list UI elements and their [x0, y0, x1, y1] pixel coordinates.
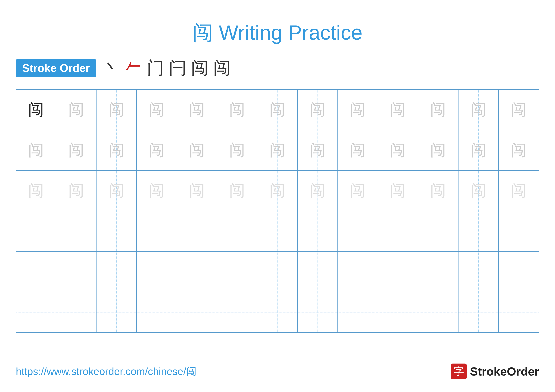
- cell-6-12[interactable]: [459, 292, 499, 332]
- cell-1-2: 闯: [56, 90, 96, 130]
- cell-1-12: 闯: [459, 90, 499, 130]
- cell-5-12[interactable]: [459, 252, 499, 292]
- cell-3-4: 闯: [137, 171, 177, 211]
- cell-6-4[interactable]: [137, 292, 177, 332]
- stroke-6: 闯: [213, 56, 231, 80]
- cell-5-6[interactable]: [217, 252, 257, 292]
- cell-3-2: 闯: [56, 171, 96, 211]
- cell-3-3: 闯: [96, 171, 137, 211]
- cell-5-4[interactable]: [137, 252, 177, 292]
- cell-1-13: 闯: [499, 90, 539, 130]
- cell-4-1[interactable]: [16, 211, 56, 251]
- stroke-5: 闯: [191, 56, 209, 80]
- grid-row-6: [16, 292, 539, 332]
- cell-4-10[interactable]: [378, 211, 418, 251]
- stroke-sequence: 丶 𠂉 门 闩 闯 闯: [102, 56, 231, 80]
- cell-4-2[interactable]: [56, 211, 96, 251]
- cell-5-11[interactable]: [418, 252, 458, 292]
- logo-text: StrokeOrder: [470, 365, 539, 378]
- cell-2-4: 闯: [137, 130, 177, 170]
- cell-2-10: 闯: [378, 130, 418, 170]
- cell-3-6: 闯: [217, 171, 257, 211]
- cell-1-6: 闯: [217, 90, 257, 130]
- cell-1-4: 闯: [137, 90, 177, 130]
- grid-row-4: [16, 211, 539, 252]
- page: 闯 Writing Practice Stroke Order 丶 𠂉 门 闩 …: [0, 0, 555, 392]
- cell-2-8: 闯: [298, 130, 338, 170]
- cell-1-9: 闯: [338, 90, 378, 130]
- cell-4-7[interactable]: [257, 211, 298, 251]
- cell-3-9: 闯: [338, 171, 378, 211]
- cell-6-5[interactable]: [177, 292, 217, 332]
- title-character: 闯 Writing Practice: [193, 21, 362, 44]
- cell-2-2: 闯: [56, 130, 96, 170]
- logo-char: 字: [454, 364, 464, 378]
- grid-row-1: 闯 闯 闯 闯 闯 闯 闯 闯 闯 闯 闯 闯 闯: [16, 90, 539, 130]
- footer-logo: 字 StrokeOrder: [451, 363, 539, 379]
- cell-3-13: 闯: [499, 171, 539, 211]
- cell-2-12: 闯: [459, 130, 499, 170]
- cell-2-3: 闯: [96, 130, 137, 170]
- stroke-order-badge: Stroke Order: [16, 59, 96, 77]
- cell-6-13[interactable]: [499, 292, 539, 332]
- cell-2-7: 闯: [257, 130, 298, 170]
- cell-1-11: 闯: [418, 90, 458, 130]
- cell-6-6[interactable]: [217, 292, 257, 332]
- cell-6-3[interactable]: [96, 292, 137, 332]
- cell-1-10: 闯: [378, 90, 418, 130]
- char-solid: 闯: [28, 102, 44, 118]
- footer: https://www.strokeorder.com/chinese/闯 字 …: [16, 363, 539, 379]
- cell-6-7[interactable]: [257, 292, 298, 332]
- cell-4-13[interactable]: [499, 211, 539, 251]
- cell-1-8: 闯: [298, 90, 338, 130]
- cell-4-3[interactable]: [96, 211, 137, 251]
- cell-2-6: 闯: [217, 130, 257, 170]
- cell-3-11: 闯: [418, 171, 458, 211]
- cell-2-9: 闯: [338, 130, 378, 170]
- cell-1-1: 闯: [16, 90, 56, 130]
- cell-5-13[interactable]: [499, 252, 539, 292]
- cell-6-10[interactable]: [378, 292, 418, 332]
- cell-6-2[interactable]: [56, 292, 96, 332]
- cell-4-6[interactable]: [217, 211, 257, 251]
- cell-5-7[interactable]: [257, 252, 298, 292]
- cell-5-1[interactable]: [16, 252, 56, 292]
- footer-url[interactable]: https://www.strokeorder.com/chinese/闯: [16, 364, 197, 378]
- cell-5-9[interactable]: [338, 252, 378, 292]
- stroke-3: 门: [147, 56, 164, 80]
- cell-2-5: 闯: [177, 130, 217, 170]
- cell-1-3: 闯: [96, 90, 137, 130]
- stroke-1: 丶: [102, 56, 120, 80]
- cell-3-10: 闯: [378, 171, 418, 211]
- cell-3-8: 闯: [298, 171, 338, 211]
- cell-4-4[interactable]: [137, 211, 177, 251]
- cell-4-12[interactable]: [459, 211, 499, 251]
- cell-2-13: 闯: [499, 130, 539, 170]
- grid-row-3: 闯 闯 闯 闯 闯 闯 闯 闯 闯 闯 闯 闯 闯: [16, 171, 539, 211]
- cell-4-8[interactable]: [298, 211, 338, 251]
- page-title: 闯 Writing Practice: [16, 19, 539, 47]
- cell-5-8[interactable]: [298, 252, 338, 292]
- cell-5-5[interactable]: [177, 252, 217, 292]
- cell-3-12: 闯: [459, 171, 499, 211]
- cell-2-1: 闯: [16, 130, 56, 170]
- cell-4-5[interactable]: [177, 211, 217, 251]
- grid-row-2: 闯 闯 闯 闯 闯 闯 闯 闯 闯 闯 闯 闯 闯: [16, 130, 539, 171]
- cell-3-1: 闯: [16, 171, 56, 211]
- cell-5-2[interactable]: [56, 252, 96, 292]
- cell-1-7: 闯: [257, 90, 298, 130]
- cell-1-5: 闯: [177, 90, 217, 130]
- cell-6-9[interactable]: [338, 292, 378, 332]
- stroke-2: 𠂉: [125, 58, 142, 78]
- cell-4-9[interactable]: [338, 211, 378, 251]
- grid-row-5: [16, 252, 539, 292]
- practice-grid: 闯 闯 闯 闯 闯 闯 闯 闯 闯 闯 闯 闯 闯 闯 闯 闯 闯 闯 闯 闯 …: [16, 89, 539, 333]
- cell-6-11[interactable]: [418, 292, 458, 332]
- cell-5-10[interactable]: [378, 252, 418, 292]
- cell-5-3[interactable]: [96, 252, 137, 292]
- cell-6-1[interactable]: [16, 292, 56, 332]
- cell-2-11: 闯: [418, 130, 458, 170]
- cell-3-7: 闯: [257, 171, 298, 211]
- cell-6-8[interactable]: [298, 292, 338, 332]
- cell-4-11[interactable]: [418, 211, 458, 251]
